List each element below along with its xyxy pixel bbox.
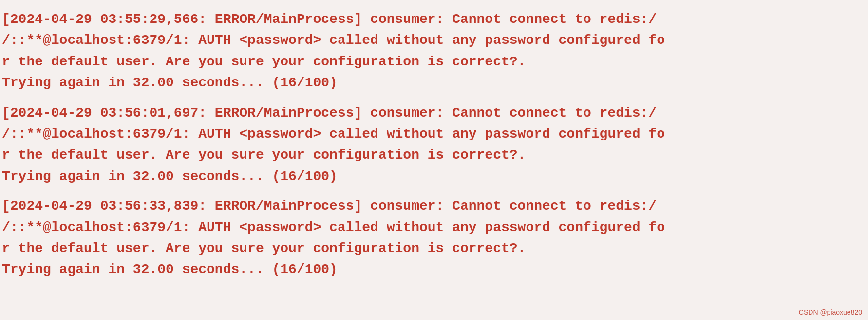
log-line: Trying again in 32.00 seconds... (16/100…: [2, 166, 866, 187]
log-line: [2024-04-29 03:55:29,566: ERROR/MainProc…: [2, 9, 866, 30]
log-line: r the default user. Are you sure your co…: [2, 144, 866, 165]
log-line: /::**@localhost:6379/1: AUTH <password> …: [2, 123, 866, 144]
log-line: r the default user. Are you sure your co…: [2, 238, 866, 259]
log-line: [2024-04-29 03:56:01,697: ERROR/MainProc…: [2, 102, 866, 123]
log-line: [2024-04-29 03:56:33,839: ERROR/MainProc…: [2, 196, 866, 217]
log-block-1: [2024-04-29 03:55:29,566: ERROR/MainProc…: [2, 9, 866, 94]
log-line: Trying again in 32.00 seconds... (16/100…: [2, 72, 866, 93]
log-block-2: [2024-04-29 03:56:01,697: ERROR/MainProc…: [2, 102, 866, 187]
log-container: [2024-04-29 03:55:29,566: ERROR/MainProc…: [0, 5, 868, 320]
log-line: r the default user. Are you sure your co…: [2, 51, 866, 72]
watermark: CSDN @piaoxue820: [799, 308, 862, 316]
log-line: /::**@localhost:6379/1: AUTH <password> …: [2, 30, 866, 51]
log-line: Trying again in 32.00 seconds... (16/100…: [2, 259, 866, 280]
log-block-3: [2024-04-29 03:56:33,839: ERROR/MainProc…: [2, 196, 866, 280]
log-line: /::**@localhost:6379/1: AUTH <password> …: [2, 217, 866, 238]
